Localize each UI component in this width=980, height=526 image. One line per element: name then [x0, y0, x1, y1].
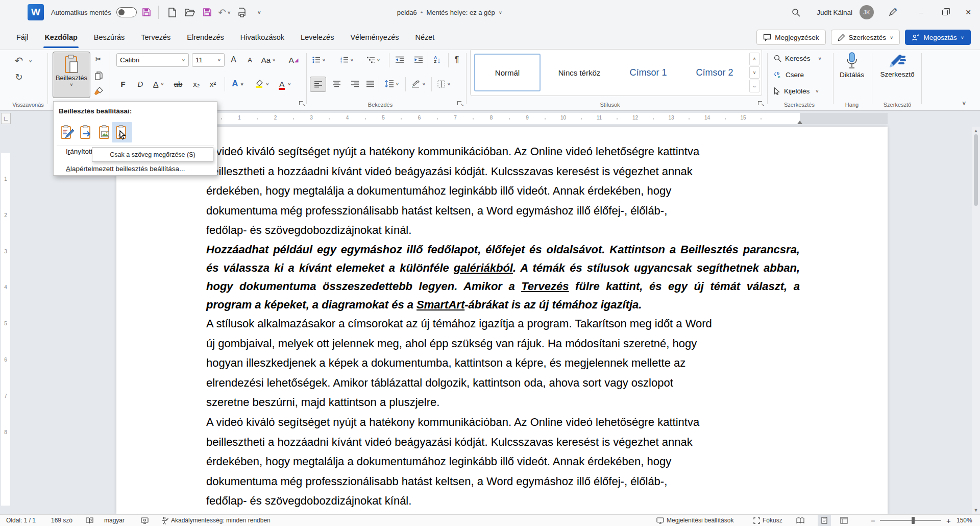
- scroll-down-icon[interactable]: ▼: [972, 508, 980, 513]
- word-logo-icon[interactable]: W: [28, 4, 44, 20]
- save-icon-2[interactable]: [200, 5, 215, 20]
- style-normal[interactable]: Normál: [474, 54, 541, 91]
- sort-button[interactable]: AZ↓: [430, 53, 445, 66]
- vertical-scrollbar[interactable]: ▲ ▼: [972, 127, 980, 514]
- styles-scroll-up-icon[interactable]: ∧: [749, 53, 760, 65]
- scrollbar-thumb[interactable]: [974, 134, 978, 206]
- find-button[interactable]: Keresés∨: [774, 55, 822, 62]
- paragraph[interactable]: Hozzáadhat például egy egymáshoz illő fe…: [206, 241, 800, 314]
- comments-button[interactable]: Megjegyzések: [756, 30, 825, 45]
- tab-levelezes[interactable]: Levelezés: [292, 25, 342, 50]
- font-name-select[interactable]: Calibri∨: [116, 53, 189, 67]
- shrink-font-button[interactable]: Aˇ: [244, 53, 257, 66]
- justify-button[interactable]: [363, 77, 377, 90]
- borders-button[interactable]: ∨: [434, 77, 454, 90]
- paragraph[interactable]: A stílusok alkalmazásakor a címsorokat a…: [206, 314, 800, 413]
- document-text[interactable]: A videó kiváló segítséget nyújt a hatéko…: [206, 142, 800, 511]
- zoom-slider-thumb[interactable]: [912, 517, 915, 524]
- format-painter-icon[interactable]: [92, 84, 105, 98]
- zoom-level[interactable]: 150%: [957, 515, 972, 526]
- shading-button[interactable]: ∨: [408, 77, 429, 90]
- copy-icon[interactable]: [92, 69, 105, 82]
- undo-chevron-icon[interactable]: ∨: [29, 59, 32, 63]
- zoom-in-button[interactable]: +: [946, 515, 951, 526]
- undo-button[interactable]: ↶: [12, 54, 26, 67]
- tab-kezdolap[interactable]: Kezdőlap: [36, 25, 85, 50]
- line-spacing-button[interactable]: ∨: [382, 77, 402, 90]
- multilevel-list-button[interactable]: ∨: [364, 53, 383, 66]
- presenter-pen-icon[interactable]: [885, 5, 900, 20]
- style-cimsor-1[interactable]: Címsor 1: [618, 54, 679, 91]
- text-effects-button[interactable]: A∨: [229, 77, 247, 90]
- tab-beszuras[interactable]: Beszúrás: [86, 25, 133, 50]
- increase-indent-button[interactable]: [412, 53, 425, 66]
- dictate-button[interactable]: Diktálás: [835, 52, 869, 79]
- zoom-slider[interactable]: [880, 515, 941, 526]
- document-title[interactable]: pelda6 • Mentés helye: ez a gép ∨: [397, 9, 502, 16]
- strikethrough-button[interactable]: ab: [172, 77, 185, 90]
- numbering-button[interactable]: 123∨: [338, 53, 356, 66]
- save-icon[interactable]: [139, 5, 154, 20]
- editing-mode-button[interactable]: Szerkesztés ∨: [831, 30, 900, 45]
- underline-button[interactable]: A∨: [149, 77, 168, 90]
- language-indicator[interactable]: magyar: [104, 515, 125, 526]
- vertical-ruler[interactable]: 12345678: [0, 127, 11, 514]
- tab-velemenyezes[interactable]: Véleményezés: [342, 25, 407, 50]
- bullets-button[interactable]: ∨: [310, 53, 328, 66]
- select-button[interactable]: Kijelölés∨: [774, 87, 819, 95]
- focus-button[interactable]: Fókusz: [753, 515, 782, 526]
- new-document-icon[interactable]: [165, 5, 180, 20]
- print-layout-button[interactable]: [818, 515, 831, 526]
- change-case-button[interactable]: Aa∨: [259, 53, 278, 66]
- paragraph[interactable]: A videó kiváló segítséget nyújt a hatéko…: [206, 413, 800, 511]
- paragraph-dialog-launcher[interactable]: [457, 101, 464, 108]
- close-button[interactable]: ✕: [957, 0, 980, 25]
- align-left-button[interactable]: [310, 77, 326, 92]
- bold-button[interactable]: F: [116, 77, 130, 90]
- keep-source-formatting-icon[interactable]: [57, 122, 77, 142]
- autosave-toggle[interactable]: [116, 7, 137, 17]
- horizontal-ruler[interactable]: 123456789101112131415: [116, 113, 888, 124]
- read-mode-button[interactable]: [796, 515, 804, 526]
- word-count[interactable]: 169 szó: [51, 515, 72, 526]
- font-size-select[interactable]: 11∨: [192, 53, 225, 67]
- restore-button[interactable]: [933, 0, 957, 25]
- search-icon[interactable]: [788, 5, 803, 20]
- share-button[interactable]: Megosztás ∨: [905, 30, 971, 45]
- display-settings-button[interactable]: Megjelenítési beállítások: [656, 515, 733, 526]
- collapse-ribbon-icon[interactable]: ∨: [962, 100, 967, 106]
- tab-nezet[interactable]: Nézet: [407, 25, 443, 50]
- accessibility-status[interactable]: Akadálymentesség: minden rendben: [161, 515, 271, 526]
- zoom-out-button[interactable]: −: [871, 515, 875, 526]
- style-cimsor-2[interactable]: Címsor 2: [685, 54, 744, 91]
- decrease-indent-button[interactable]: [393, 53, 406, 66]
- customize-toolbar-icon[interactable]: ∨: [252, 5, 267, 20]
- subscript-button[interactable]: x₂: [190, 77, 203, 90]
- styles-dialog-launcher[interactable]: [757, 101, 765, 108]
- styles-more-icon[interactable]: ≂: [749, 80, 760, 92]
- italic-button[interactable]: D: [134, 77, 147, 90]
- page-indicator[interactable]: Oldal: 1 / 1: [6, 515, 36, 526]
- undo-icon[interactable]: ↶∨: [217, 5, 232, 20]
- paste-button[interactable]: Beillesztés ∨: [53, 52, 90, 98]
- right-indent-marker[interactable]: [797, 121, 802, 124]
- highlight-button[interactable]: ∨: [252, 77, 273, 90]
- minimize-button[interactable]: –: [910, 0, 933, 25]
- align-right-button[interactable]: [348, 77, 361, 90]
- redo-button[interactable]: ↻: [12, 70, 26, 84]
- avatar[interactable]: JK: [860, 5, 874, 19]
- document-page[interactable]: A videó kiváló segítséget nyújt a hatéko…: [116, 127, 888, 514]
- pilcrow-button[interactable]: ¶: [450, 53, 463, 66]
- font-color-button[interactable]: A ∨: [276, 77, 295, 90]
- superscript-button[interactable]: x²: [206, 77, 219, 90]
- replace-button[interactable]: bc Csere: [774, 71, 804, 79]
- keep-text-only-icon[interactable]: A: [112, 122, 132, 142]
- clear-formatting-button[interactable]: A◢: [287, 53, 300, 66]
- tab-elrendezes[interactable]: Elrendezés: [179, 25, 232, 50]
- paragraph[interactable]: A videó kiváló segítséget nyújt a hatéko…: [206, 142, 800, 241]
- open-icon[interactable]: [182, 5, 198, 20]
- proofing-errors-icon[interactable]: [86, 515, 93, 526]
- tab-hivatkozasok[interactable]: Hivatkozások: [232, 25, 292, 50]
- align-center-button[interactable]: [330, 77, 343, 90]
- print-preview-icon[interactable]: [234, 5, 250, 20]
